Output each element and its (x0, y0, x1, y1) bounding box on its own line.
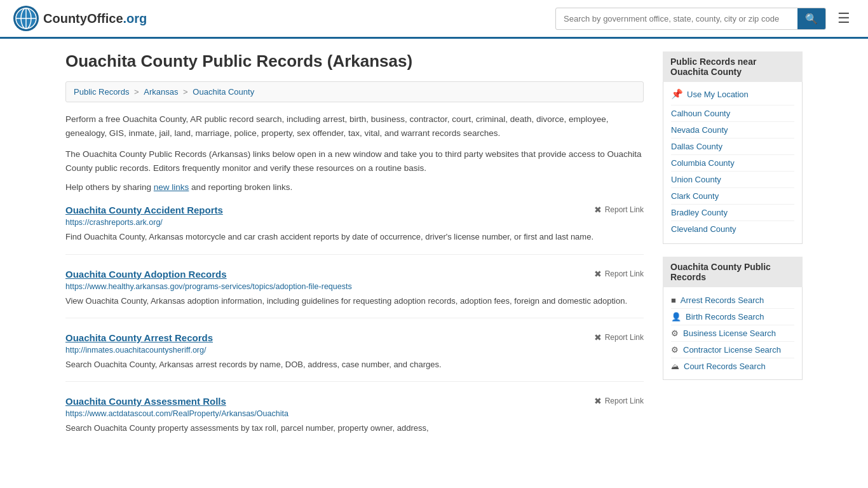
breadcrumb-arkansas[interactable]: Arkansas (144, 87, 178, 97)
main-container: Ouachita County Public Records (Arkansas… (53, 39, 815, 471)
birth-icon: 👤 (671, 312, 681, 322)
record-adoption-records: Ouachita County Adoption Records ✖ Repor… (65, 269, 644, 318)
arrest-icon: ■ (671, 295, 676, 305)
record-title-3: Ouachita County Assessment Rolls (65, 396, 226, 407)
search-input[interactable] (556, 10, 797, 28)
business-license-search-link[interactable]: Business License Search (683, 329, 776, 338)
sidebar-nevada-county[interactable]: Nevada County (671, 121, 794, 138)
record-accident-reports-link[interactable]: Ouachita County Accident Reports (65, 205, 223, 215)
record-header-2: Ouachita County Arrest Records ✖ Report … (65, 332, 644, 343)
record-title-1: Ouachita County Adoption Records (65, 269, 227, 280)
menu-button[interactable]: ☰ (832, 8, 855, 29)
sidebar-cleveland-county[interactable]: Cleveland County (671, 220, 794, 237)
nearby-counties-content: 📌 Use My Location Calhoun County Nevada … (663, 82, 803, 244)
sidebar-bradley-county[interactable]: Bradley County (671, 204, 794, 220)
logo-area: CountyOffice.org (13, 5, 147, 32)
help-prefix: Help others by sharing (65, 182, 154, 192)
nearby-counties-section: Public Records near Ouachita County 📌 Us… (663, 51, 803, 244)
new-links[interactable]: new links (154, 182, 189, 192)
sidebar-court-records: ⛰ Court Records Search (671, 358, 794, 374)
record-header-1: Ouachita County Adoption Records ✖ Repor… (65, 269, 644, 280)
record-accident-reports: Ouachita County Accident Reports ✖ Repor… (65, 205, 644, 254)
record-title-2: Ouachita County Arrest Records (65, 332, 213, 343)
record-title: Ouachita County Accident Reports (65, 205, 223, 215)
help-text: Help others by sharing new links and rep… (65, 182, 644, 192)
report-link-button-0[interactable]: ✖ Report Link (594, 205, 644, 215)
record-header-3: Ouachita County Assessment Rolls ✖ Repor… (65, 396, 644, 407)
search-form: 🔍 (555, 8, 826, 30)
report-icon-2: ✖ (594, 332, 602, 342)
intro-text: Perform a free Ouachita County, AR publi… (65, 112, 644, 140)
report-icon-3: ✖ (594, 396, 602, 406)
record-adoption-records-link[interactable]: Ouachita County Adoption Records (65, 269, 227, 280)
report-link-label-1: Report Link (605, 269, 644, 278)
court-records-search-link[interactable]: Court Records Search (684, 362, 766, 371)
court-icon: ⛰ (671, 362, 679, 371)
sidebar-calhoun-county[interactable]: Calhoun County (671, 105, 794, 121)
nearby-counties-title: Public Records near Ouachita County (663, 51, 803, 82)
sidebar-clark-county[interactable]: Clark County (671, 187, 794, 204)
intro-text2: The Ouachita County Public Records (Arka… (65, 147, 644, 175)
sidebar-birth-records: 👤 Birth Records Search (671, 308, 794, 325)
birth-records-search-link[interactable]: Birth Records Search (686, 312, 764, 322)
sidebar-contractor-license: ⚙ Contractor License Search (671, 341, 794, 358)
page-title: Ouachita County Public Records (Arkansas… (65, 51, 644, 71)
record-arrest-records-link[interactable]: Ouachita County Arrest Records (65, 332, 213, 343)
header-right: 🔍 ☰ (555, 8, 855, 30)
record-desc-2: Search Ouachita County, Arkansas arrest … (65, 358, 644, 371)
report-icon-1: ✖ (594, 269, 602, 279)
record-desc-3: Search Ouachita County property assessme… (65, 422, 644, 435)
public-records-section: Ouachita County Public Records ■ Arrest … (663, 257, 803, 380)
sidebar-columbia-county[interactable]: Columbia County (671, 154, 794, 171)
report-link-label-3: Report Link (605, 396, 644, 405)
report-link-button-2[interactable]: ✖ Report Link (594, 332, 644, 342)
record-url-1: https://www.healthy.arkansas.gov/program… (65, 282, 644, 291)
breadcrumb: Public Records > Arkansas > Ouachita Cou… (65, 81, 644, 102)
public-records-title: Ouachita County Public Records (663, 257, 803, 287)
sidebar-dallas-county[interactable]: Dallas County (671, 138, 794, 154)
breadcrumb-ouachita-county[interactable]: Ouachita County (193, 87, 254, 97)
record-url-3: https://www.actdatascout.com/RealPropert… (65, 409, 644, 418)
search-icon: 🔍 (805, 13, 818, 24)
search-button[interactable]: 🔍 (797, 8, 825, 29)
report-link-button-1[interactable]: ✖ Report Link (594, 269, 644, 279)
sidebar-records-list: ■ Arrest Records Search 👤 Birth Records … (663, 287, 803, 380)
help-suffix: and reporting broken links. (189, 182, 292, 192)
sidebar-union-county[interactable]: Union County (671, 171, 794, 187)
record-url-0: https://crashreports.ark.org/ (65, 218, 644, 227)
report-icon-0: ✖ (594, 205, 602, 215)
record-assessment-rolls: Ouachita County Assessment Rolls ✖ Repor… (65, 396, 644, 445)
content-area: Ouachita County Public Records (Arkansas… (65, 51, 644, 459)
record-desc-1: View Ouachita County, Arkansas adoption … (65, 295, 644, 308)
business-icon: ⚙ (671, 329, 679, 338)
record-desc-0: Find Ouachita County, Arkansas motorcycl… (65, 231, 644, 243)
breadcrumb-separator-1: > (134, 87, 141, 97)
record-url-2: http://inmates.ouachitacountysheriff.org… (65, 346, 644, 355)
sidebar: Public Records near Ouachita County 📌 Us… (663, 51, 803, 459)
contractor-icon: ⚙ (671, 345, 679, 355)
breadcrumb-public-records[interactable]: Public Records (74, 87, 129, 97)
logo-text: CountyOffice.org (43, 11, 147, 26)
record-assessment-rolls-link[interactable]: Ouachita County Assessment Rolls (65, 396, 226, 407)
header: CountyOffice.org 🔍 ☰ (0, 0, 868, 39)
pin-icon: 📌 (671, 88, 683, 100)
hamburger-icon: ☰ (837, 10, 850, 26)
sidebar-arrest-records: ■ Arrest Records Search (671, 292, 794, 308)
records-list: Ouachita County Accident Reports ✖ Repor… (65, 205, 644, 445)
use-my-location-button[interactable]: 📌 Use My Location (671, 88, 794, 105)
report-link-label-2: Report Link (605, 333, 644, 342)
report-link-button-3[interactable]: ✖ Report Link (594, 396, 644, 406)
record-arrest-records: Ouachita County Arrest Records ✖ Report … (65, 332, 644, 382)
report-link-label-0: Report Link (605, 205, 644, 214)
record-header: Ouachita County Accident Reports ✖ Repor… (65, 205, 644, 215)
breadcrumb-separator-2: > (183, 87, 190, 97)
logo-icon (13, 5, 39, 32)
use-my-location-label: Use My Location (687, 90, 749, 99)
contractor-license-search-link[interactable]: Contractor License Search (683, 345, 781, 355)
arrest-records-search-link[interactable]: Arrest Records Search (681, 295, 764, 305)
sidebar-business-license: ⚙ Business License Search (671, 325, 794, 341)
